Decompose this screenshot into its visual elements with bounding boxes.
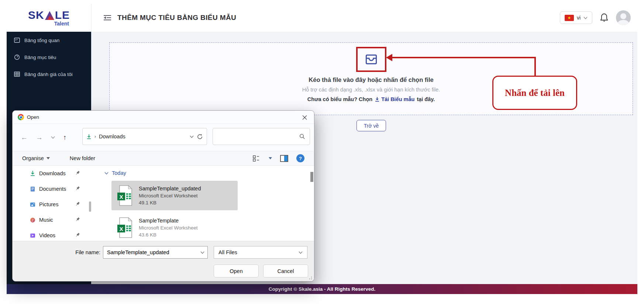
sidebar-item-overview[interactable]: Bảng tổng quan (7, 32, 91, 49)
back-button[interactable]: Trở về (357, 120, 386, 131)
excel-file-icon: X (117, 185, 132, 206)
nav-arrows: ← → ↑ (21, 124, 67, 151)
view-options-caret-icon[interactable] (269, 157, 272, 159)
pin-icon (76, 186, 80, 191)
vietnam-flag-icon: ★ (565, 15, 574, 21)
file-name-combobox[interactable] (103, 246, 208, 259)
annotation-label: Nhấn để tải lên (505, 88, 565, 98)
pin-icon (76, 170, 80, 175)
place-videos[interactable]: Videos (13, 228, 93, 241)
place-pictures[interactable]: Pictures (13, 197, 93, 212)
file-row[interactable]: X SampleTemplate Microsoft Excel Workshe… (111, 213, 238, 242)
collapse-menu-icon[interactable] (103, 14, 111, 21)
file-list-scrollbar[interactable] (310, 172, 313, 182)
dialog-search-box[interactable] (213, 128, 310, 145)
page: SK LE Talent (0, 0, 644, 304)
search-icon (299, 134, 305, 139)
breadcrumb-separator: › (94, 134, 96, 139)
place-documents[interactable]: Documents (13, 181, 93, 197)
pin-icon (76, 232, 80, 237)
up-arrow-icon[interactable]: ↑ (63, 134, 67, 142)
help-icon[interactable]: ? (296, 154, 304, 162)
recent-locations-icon[interactable] (51, 136, 55, 139)
skale-logo[interactable]: SK LE Talent (28, 10, 70, 26)
excel-file-icon: X (117, 217, 132, 238)
resize-grip[interactable] (307, 275, 312, 279)
svg-text:X: X (119, 226, 123, 232)
logo-zone: SK LE Talent (7, 4, 92, 32)
cancel-button-label: Cancel (277, 268, 294, 274)
sidebar-item-label: Bảng tổng quan (24, 38, 59, 43)
back-button-label: Trở về (364, 123, 379, 129)
places-pane: Downloads Documents (13, 166, 93, 241)
dialog-titlebar[interactable]: Open (13, 111, 314, 124)
videos-icon (30, 233, 35, 238)
annotation-callout: Nhấn để tải lên (492, 76, 577, 110)
header-title-wrap: THÊM MỤC TIÊU BẰNG BIỂU MẪU (103, 4, 236, 32)
organise-caret-icon (47, 157, 50, 159)
dropzone-template-row: Chưa có biểu mẫu? Chọn Tải Biểu mẫu tại … (307, 96, 435, 102)
table-icon (14, 71, 20, 77)
address-bar[interactable]: › Downloads (82, 128, 207, 145)
refresh-icon[interactable] (197, 134, 203, 140)
back-arrow-icon[interactable]: ← (21, 134, 28, 142)
view-options-icon[interactable] (253, 155, 261, 162)
file-list-area: Today X Sample (93, 166, 314, 241)
file-type-dropdown[interactable]: All Files (214, 246, 307, 259)
search-input[interactable] (217, 133, 299, 140)
file-type-caret-icon (299, 251, 303, 254)
address-dropdown-icon[interactable] (190, 135, 194, 138)
logo-text-right: LE (55, 10, 70, 21)
annotation-arrow-line (392, 57, 536, 58)
place-label: Videos (39, 232, 55, 238)
board-icon (14, 37, 20, 43)
downloads-icon (30, 170, 35, 176)
language-code: vi (577, 15, 581, 21)
chrome-icon (18, 114, 24, 120)
dialog-toolbar: Organise New folder (13, 151, 314, 166)
sidebar-item-goals[interactable]: Bảng mục tiêu (7, 49, 91, 66)
download-template-link[interactable]: Tải Biểu mẫu (375, 96, 414, 102)
preview-pane-icon[interactable] (280, 155, 288, 162)
user-avatar[interactable] (616, 10, 631, 25)
file-type: Microsoft Excel Worksheet (139, 193, 201, 198)
file-name-input[interactable] (106, 249, 200, 256)
header-right-cluster: ★ vi (560, 4, 631, 32)
file-name: SampleTemplate (139, 218, 198, 224)
dropzone-hint-text: Hỗ trợ các định dạng .xls, .xlsx và giới… (302, 87, 440, 93)
close-icon[interactable] (299, 112, 310, 123)
forward-arrow-icon[interactable]: → (36, 134, 43, 142)
pin-icon (76, 217, 80, 222)
app-footer: Copyright © Skale.asia - All Rights Rese… (7, 284, 637, 294)
place-music[interactable]: ♪ Music (13, 212, 93, 228)
logo-triangle-icon (45, 11, 55, 20)
new-folder-button[interactable]: New folder (70, 155, 95, 161)
file-type: Microsoft Excel Worksheet (139, 225, 198, 231)
dialog-bottom-bar: File name: All Files Open Cancel (13, 241, 314, 281)
sidebar-item-label: Bảng mục tiêu (24, 55, 56, 60)
annotation-arrow-connector (534, 57, 536, 77)
place-downloads[interactable]: Downloads (13, 166, 93, 181)
chevron-down-icon (583, 17, 588, 19)
places-scrollbar[interactable] (89, 201, 91, 212)
dropzone-main-text: Kéo thả file vào đây hoặc nhấn để chọn f… (309, 76, 433, 83)
place-label: Downloads (39, 170, 66, 176)
file-row-selected[interactable]: X SampleTemplate_updated Microsoft Excel… (111, 181, 238, 210)
file-name-caret-icon[interactable] (200, 251, 204, 254)
download-icon (375, 97, 380, 102)
place-label: Music (39, 217, 53, 223)
template-prefix-text: Chưa có biểu mẫu? Chọn (307, 96, 372, 102)
organise-menu[interactable]: Organise (22, 155, 50, 161)
file-group-header[interactable]: Today (104, 170, 126, 176)
download-template-label: Tải Biểu mẫu (381, 96, 414, 102)
svg-text:X: X (119, 194, 123, 200)
notification-bell-icon[interactable] (600, 13, 609, 23)
language-selector[interactable]: ★ vi (560, 11, 592, 24)
cancel-button[interactable]: Cancel (263, 265, 308, 277)
file-type-value: All Files (218, 249, 237, 255)
sidebar-item-my-reviews[interactable]: Bảng đánh giá của tôi (7, 66, 91, 83)
open-button[interactable]: Open (214, 265, 259, 277)
inbox-upload-icon (364, 52, 378, 66)
dialog-navigation-row: ← → ↑ › Downloads (13, 124, 314, 151)
logo-subtitle: Talent (54, 21, 69, 26)
